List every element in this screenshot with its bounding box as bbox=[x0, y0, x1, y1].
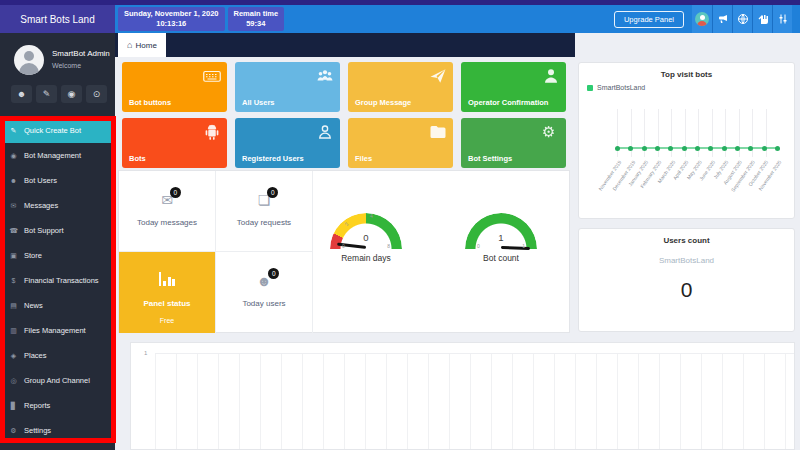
tile-operator-confirmation[interactable]: Operator Confirmation bbox=[461, 62, 566, 112]
folder-icon bbox=[429, 123, 447, 141]
support-avatar-icon[interactable] bbox=[692, 5, 712, 33]
x-axis-labels: November 2019 December 2019 January 2020… bbox=[617, 159, 778, 211]
edit-icon[interactable]: ✎ bbox=[36, 85, 57, 103]
remain-days-value: 0 bbox=[330, 232, 402, 243]
series-smartbotsland bbox=[615, 145, 780, 151]
upgrade-panel-button[interactable]: Upgrade Panel bbox=[614, 11, 684, 28]
home-icon: ⌂ bbox=[127, 40, 132, 50]
user-name: SmartBot Admin bbox=[52, 49, 110, 58]
power-icon[interactable]: ⊙ bbox=[86, 85, 107, 103]
users-count-value: 0 bbox=[579, 278, 794, 302]
gauge-remain-days: 0 0 2 4 8 Remain days bbox=[311, 213, 421, 263]
sidebar-item-messages[interactable]: ✉ Messages bbox=[0, 193, 115, 218]
gauge-bot-count: 1 0 1 Bot count bbox=[446, 213, 556, 263]
sidebar-item-news[interactable]: ▤ News bbox=[0, 293, 115, 318]
remain-time-value: 59:34 bbox=[234, 19, 279, 29]
line-chart-plot bbox=[617, 109, 778, 157]
bot-icon: ◉ bbox=[9, 152, 18, 160]
report-icon: ▊ bbox=[9, 402, 18, 410]
message-icon: ✉ bbox=[9, 202, 18, 210]
user-avatar[interactable] bbox=[14, 45, 44, 75]
top-visit-bots-panel: Top visit bots SmartBotsLand November 20… bbox=[578, 62, 795, 219]
tile-bots[interactable]: Bots bbox=[122, 118, 227, 168]
megaphone-icon[interactable] bbox=[712, 5, 732, 33]
chart-legend[interactable]: SmartBotsLand bbox=[587, 84, 645, 91]
operator-icon bbox=[542, 67, 560, 85]
sidebar: SmartBot Admin Welcome ☻ ✎ ◉ ⊙ ✎ Quick C… bbox=[0, 33, 115, 450]
profile-action-row: ☻ ✎ ◉ ⊙ bbox=[11, 85, 107, 103]
sidebar-item-reports[interactable]: ▊ Reports bbox=[0, 393, 115, 418]
bot-count-label: Bot count bbox=[446, 253, 556, 263]
stat-today-messages[interactable]: ✉ 0 Today messages bbox=[119, 171, 216, 252]
bar-chart-icon bbox=[159, 272, 175, 286]
stat-panel-status[interactable]: Panel status Free bbox=[119, 252, 216, 333]
remain-time-label: Remain time bbox=[234, 9, 279, 19]
tile-bot-settings[interactable]: ⚙ Bot Settings bbox=[461, 118, 566, 168]
date-text: Sunday, November 1, 2020 bbox=[124, 9, 219, 19]
sidebar-menu: ✎ Quick Create Bot ◉ Bot Management ☻ Bo… bbox=[0, 118, 115, 443]
paper-plane-icon bbox=[429, 67, 447, 85]
news-icon: ▤ bbox=[9, 302, 18, 310]
requests-badge: 0 bbox=[267, 187, 278, 198]
bot-count-value: 1 bbox=[465, 232, 537, 243]
sidebar-item-settings[interactable]: ⚙ Settings bbox=[0, 418, 115, 443]
stat-today-users[interactable]: ☻ 0 Today users bbox=[216, 252, 313, 333]
remain-days-label: Remain days bbox=[311, 253, 421, 263]
sidebar-item-financial-transactions[interactable]: $ Financial Transactions bbox=[0, 268, 115, 293]
sidebar-item-quick-create-bot[interactable]: ✎ Quick Create Bot bbox=[0, 118, 115, 143]
user-icon: ☻ bbox=[9, 177, 18, 184]
gear-icon: ⚙ bbox=[9, 427, 18, 435]
sliders-icon[interactable] bbox=[772, 5, 792, 33]
hand-icon[interactable] bbox=[752, 5, 772, 33]
legend-swatch bbox=[587, 85, 593, 91]
users-count-bot-name: SmartBotsLand bbox=[579, 256, 794, 265]
topbar-icon-group bbox=[692, 5, 792, 33]
date-time-box: Sunday, November 1, 2020 10:13:16 bbox=[118, 7, 225, 31]
sidebar-item-files-management[interactable]: ▥ Files Management bbox=[0, 318, 115, 343]
sidebar-item-places[interactable]: ◈ Places bbox=[0, 343, 115, 368]
tile-group-message[interactable]: Group Message bbox=[348, 62, 453, 112]
users-badge: 0 bbox=[268, 268, 279, 279]
profile-icon[interactable]: ☻ bbox=[11, 85, 32, 103]
tab-home[interactable]: ⌂ Home bbox=[118, 33, 166, 57]
sidebar-item-bot-support[interactable]: ☎ Bot Support bbox=[0, 218, 115, 243]
sidebar-item-store[interactable]: ▣ Store bbox=[0, 243, 115, 268]
users-count-title: Users count bbox=[579, 236, 794, 245]
tab-bar: ⌂ Home bbox=[115, 33, 575, 57]
pencil-icon: ✎ bbox=[9, 127, 18, 135]
sidebar-item-bot-users[interactable]: ☻ Bot Users bbox=[0, 168, 115, 193]
empty-chart-plot bbox=[155, 353, 794, 450]
users-count-panel: Users count SmartBotsLand 0 bbox=[578, 228, 795, 332]
store-icon: ▣ bbox=[9, 252, 18, 260]
welcome-text: Welcome bbox=[52, 62, 81, 69]
globe-icon[interactable] bbox=[732, 5, 752, 33]
location-icon: ◈ bbox=[9, 352, 18, 360]
messages-badge: 0 bbox=[170, 187, 181, 198]
bottom-chart-panel: 1 bbox=[130, 342, 795, 450]
today-stats-panel: ✉ 0 Today messages ❏ 0 Today requests Pa… bbox=[118, 170, 570, 333]
top-visit-bots-title: Top visit bots bbox=[579, 70, 794, 79]
app-title: Smart Bots Land bbox=[0, 5, 115, 33]
finance-icon: $ bbox=[9, 277, 18, 284]
support-icon: ☎ bbox=[9, 227, 18, 235]
tile-files[interactable]: Files bbox=[348, 118, 453, 168]
tab-home-label: Home bbox=[136, 41, 157, 50]
time-text: 10:13:16 bbox=[124, 19, 219, 29]
group-icon: ◎ bbox=[9, 377, 18, 385]
panel-status-value: Free bbox=[119, 317, 215, 324]
remain-time-box: Remain time 59:34 bbox=[228, 7, 285, 31]
tile-registered-users[interactable]: Registered Users bbox=[235, 118, 340, 168]
gear-icon: ⚙ bbox=[542, 123, 560, 141]
folder-icon: ▥ bbox=[9, 327, 18, 335]
y-axis-tick: 1 bbox=[144, 350, 147, 356]
sidebar-item-group-and-channel[interactable]: ◎ Group And Channel bbox=[0, 368, 115, 393]
topbar: Smart Bots Land Sunday, November 1, 2020… bbox=[0, 5, 800, 33]
info-icon[interactable]: ◉ bbox=[61, 85, 82, 103]
tile-all-users[interactable]: All Users bbox=[235, 62, 340, 112]
users-group-icon bbox=[316, 67, 334, 85]
tile-bot-buttons[interactable]: Bot buttons bbox=[122, 62, 227, 112]
stat-today-requests[interactable]: ❏ 0 Today requests bbox=[216, 171, 313, 252]
sidebar-item-bot-management[interactable]: ◉ Bot Management bbox=[0, 143, 115, 168]
registered-user-icon bbox=[316, 123, 334, 141]
legend-label: SmartBotsLand bbox=[597, 84, 645, 91]
